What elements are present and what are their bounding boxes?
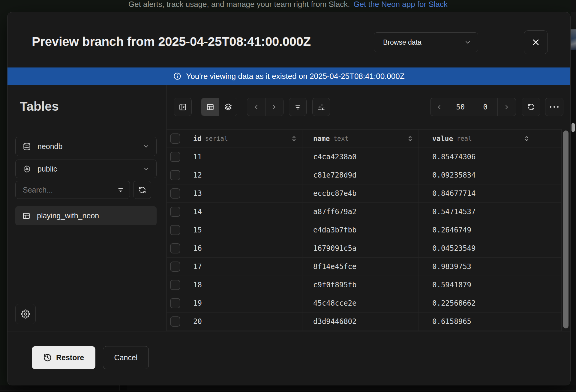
row-checkbox[interactable]: [170, 280, 180, 290]
table-search: [15, 181, 130, 199]
more-options-button[interactable]: [545, 98, 563, 116]
restore-label: Restore: [56, 353, 84, 362]
select-all-cell: [166, 130, 184, 148]
screen: Get alerts, track usage, and manage your…: [0, 0, 576, 392]
view-mode-toggle: [201, 98, 237, 116]
nav-prev-button[interactable]: [247, 98, 265, 116]
column-nav-group: [247, 98, 284, 116]
promo-text: Get alerts, track usage, and manage your…: [128, 0, 350, 10]
column-header-value[interactable]: value real: [418, 130, 535, 148]
cancel-label: Cancel: [114, 353, 138, 362]
row-checkbox[interactable]: [170, 243, 180, 253]
info-icon: [173, 72, 182, 80]
backdrop-image-sliver: [571, 29, 576, 50]
chevron-down-icon: [464, 39, 471, 46]
slack-promo-content: Get alerts, track usage, and manage your…: [128, 0, 448, 10]
row-checkbox[interactable]: [170, 316, 180, 327]
filler-cell: [535, 130, 562, 148]
banner-text: You're viewing data as it existed on 202…: [186, 72, 404, 81]
row-checkbox[interactable]: [170, 170, 180, 180]
chevron-down-icon: [142, 143, 150, 150]
schema-select-value: public: [38, 165, 57, 173]
filter-rows-button[interactable]: [289, 98, 307, 116]
row-checkbox[interactable]: [170, 207, 180, 217]
tables-sidebar: Tables neondb: [8, 85, 166, 331]
sort-icon[interactable]: [407, 135, 413, 142]
table-row: 14 a87ff679a2 0.54714537: [166, 203, 562, 221]
database-icon: [23, 142, 31, 151]
table-row: 17 8f14e45fce 0.9839753: [166, 258, 562, 276]
row-checkbox[interactable]: [170, 188, 180, 199]
chevron-right-icon: [271, 103, 278, 111]
column-header-name[interactable]: name text: [302, 130, 418, 148]
grid-view-button[interactable]: [201, 98, 219, 116]
slack-promo-banner: Get alerts, track usage, and manage your…: [0, 0, 576, 12]
row-checkbox[interactable]: [170, 152, 180, 162]
table-row: 11 c4ca4238a0 0.85474306: [166, 148, 562, 166]
row-checkbox[interactable]: [170, 298, 180, 308]
table-row: 19 45c48cce2e 0.22568662: [166, 294, 562, 313]
preview-branch-modal: Preview branch from 2025-04-25T08:41:00.…: [7, 12, 571, 385]
layers-view-button[interactable]: [219, 98, 237, 116]
table-icon: [22, 212, 30, 220]
page-size-value[interactable]: 50: [448, 98, 473, 116]
database-select[interactable]: neondb: [15, 137, 157, 156]
table-row: 18 c9f0f895fb 0.5941879: [166, 276, 562, 294]
chevron-left-icon: [253, 103, 260, 111]
settings-button[interactable]: [15, 304, 36, 324]
sidebar-item-playing-with-neon[interactable]: playing_with_neon: [15, 206, 157, 225]
backdrop-scrollbar-nub: [572, 123, 575, 132]
page-next-button[interactable]: [498, 98, 516, 116]
sidebar-divider: [8, 129, 166, 129]
sliders-icon: [317, 103, 325, 111]
ellipsis-icon: [550, 106, 551, 108]
sidebar-heading: Tables: [20, 99, 59, 114]
close-icon: [531, 37, 541, 47]
chevron-down-icon: [142, 165, 150, 172]
panel-collapse-icon: [179, 103, 187, 111]
page-offset-value[interactable]: 0: [473, 98, 498, 116]
row-checkbox[interactable]: [170, 225, 180, 235]
table-row: 16 1679091c5a 0.04523549: [166, 239, 562, 258]
filter-icon: [294, 103, 302, 111]
grid-view-icon: [206, 103, 214, 111]
column-header-id[interactable]: id serial: [184, 130, 302, 148]
filter-icon[interactable]: [117, 186, 124, 193]
refresh-data-button[interactable]: [522, 98, 540, 116]
table-row: 12 c81e728d9d 0.09235834: [166, 166, 562, 184]
schema-icon: [23, 165, 31, 173]
sort-icon[interactable]: [291, 135, 297, 142]
gear-icon: [21, 310, 30, 319]
nav-next-button[interactable]: [265, 98, 283, 116]
browse-data-dropdown[interactable]: Browse data: [374, 32, 478, 52]
collapse-sidebar-button[interactable]: [174, 98, 192, 116]
backdrop-right-sliver: [571, 0, 576, 392]
table-body: 11 c4ca4238a0 0.85474306 12 c81e728d9d 0…: [166, 148, 562, 331]
search-input[interactable]: [16, 186, 115, 194]
cancel-button[interactable]: Cancel: [103, 346, 149, 369]
backdrop-bottom-strip: [0, 385, 576, 392]
layers-icon: [224, 103, 232, 111]
table-row: 20 d3d9446802 0.6158965: [166, 313, 562, 331]
refresh-icon: [527, 103, 535, 111]
table-row: 15 e4da3b7fbb 0.2646749: [166, 221, 562, 239]
refresh-icon: [139, 186, 146, 194]
display-settings-button[interactable]: [312, 98, 330, 116]
sort-icon[interactable]: [524, 135, 530, 142]
backdrop-horizontal-divider: [0, 391, 576, 391]
row-checkbox[interactable]: [170, 262, 180, 272]
refresh-tables-button[interactable]: [133, 181, 151, 199]
footer-divider: [8, 331, 570, 331]
database-select-value: neondb: [38, 142, 62, 151]
browse-data-label: Browse data: [383, 38, 422, 46]
page-prev-button[interactable]: [430, 98, 448, 116]
schema-select[interactable]: public: [15, 160, 157, 178]
restore-button[interactable]: Restore: [32, 346, 95, 369]
table-scrollbar-thumb[interactable]: [563, 130, 568, 328]
promo-link[interactable]: Get the Neon app for Slack: [353, 0, 448, 10]
backdrop-vertical-divider: [119, 385, 127, 391]
modal-title: Preview branch from 2025-04-25T08:41:00.…: [32, 34, 311, 49]
history-icon: [43, 353, 52, 362]
close-button[interactable]: [524, 30, 548, 54]
select-all-checkbox[interactable]: [170, 133, 180, 144]
